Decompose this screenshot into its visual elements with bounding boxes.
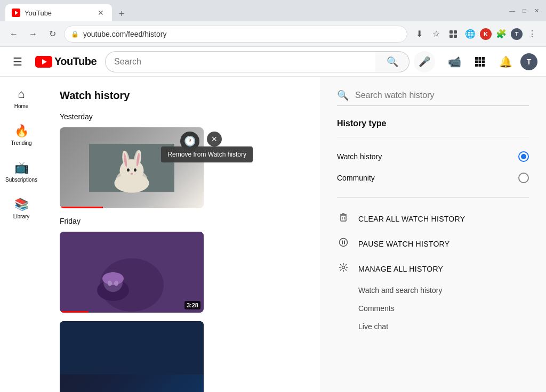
download-icon[interactable]: ⬇ (412, 27, 427, 42)
dark-thumbnail-bg (60, 321, 204, 392)
svg-point-52 (340, 239, 348, 247)
history-type-title: History type (337, 119, 529, 128)
clear-all-action[interactable]: CLEAR ALL WATCH HISTORY (337, 206, 529, 231)
remove-tooltip: Remove from Watch history (161, 146, 253, 162)
active-tab[interactable]: YouTube ✕ (5, 4, 112, 21)
refresh-button[interactable]: ↻ (45, 27, 60, 42)
history-type-divider (337, 137, 529, 137)
friday-label: Friday (60, 217, 303, 225)
address-bar[interactable]: 🔒 youtube.com/feed/history (64, 26, 407, 43)
video-camera-icon: 📹 (448, 55, 461, 68)
pause-icon (337, 238, 350, 250)
svg-rect-2 (449, 30, 453, 34)
main-content: Watch history Yesterday (43, 77, 546, 392)
subscriptions-icon: 📺 (14, 161, 29, 175)
search-watch-icon: 🔍 (337, 89, 349, 101)
watch-history-radio[interactable] (518, 151, 529, 162)
comments-link[interactable]: Comments (337, 299, 529, 317)
close-window-button[interactable]: ✕ (533, 7, 541, 15)
live-chat-link[interactable]: Live chat (337, 317, 529, 336)
svg-rect-44 (60, 232, 204, 313)
ext-k-icon[interactable]: K (480, 28, 492, 40)
new-tab-button[interactable]: + (114, 6, 129, 21)
svg-rect-54 (344, 241, 345, 244)
library-icon: 📚 (14, 198, 29, 211)
svg-rect-15 (479, 64, 481, 67)
address-url: youtube.com/feed/history (83, 30, 166, 38)
sidebar-item-library[interactable]: 📚 Library (2, 191, 41, 226)
video-thumbnail-dark[interactable] (60, 321, 204, 392)
back-button[interactable]: ← (6, 27, 21, 42)
lock-icon: 🔒 (71, 30, 79, 38)
notifications-button[interactable]: 🔔 (495, 51, 516, 72)
pause-watch-label: PAUSE WATCH HISTORY (358, 240, 449, 248)
translate-icon[interactable]: 🌐 (463, 27, 478, 42)
watch-history-option[interactable]: Watch history (337, 146, 529, 167)
apps-grid-icon (475, 56, 485, 67)
video-progress-bar (60, 207, 103, 208)
svg-rect-8 (475, 57, 478, 60)
history-section-friday: Friday (60, 217, 303, 392)
create-video-button[interactable]: 📹 (444, 51, 465, 72)
sidebar-item-subscriptions[interactable]: 📺 Subscriptions (2, 154, 41, 189)
sidebar: ⌂ Home 🔥 Trending 📺 Subscriptions 📚 Libr… (0, 77, 43, 392)
youtube-logo-text: YouTube (54, 55, 97, 68)
search-input[interactable] (105, 51, 375, 72)
svg-rect-5 (454, 35, 457, 38)
puzzle-icon[interactable]: 🧩 (494, 27, 509, 42)
search-watch-input[interactable] (355, 91, 529, 100)
youtube-logo[interactable]: YouTube (35, 55, 97, 68)
tab-close-button[interactable]: ✕ (96, 8, 106, 18)
manage-all-action[interactable]: MANAGE ALL HISTORY (337, 256, 529, 281)
page-title: Watch history (60, 89, 303, 102)
sidebar-subscriptions-label: Subscriptions (5, 177, 37, 183)
svg-point-34 (127, 168, 130, 172)
home-icon: ⌂ (18, 87, 25, 101)
watch-search-history-label: Watch and search history (358, 286, 442, 295)
tab-area: YouTube ✕ + (5, 0, 129, 21)
remove-from-history-button[interactable]: ✕ (207, 132, 222, 146)
more-menu-icon[interactable]: ⋮ (525, 27, 540, 42)
sidebar-item-home[interactable]: ⌂ Home (2, 81, 41, 116)
live-chat-label: Live chat (358, 322, 388, 331)
minimize-button[interactable]: — (508, 7, 516, 15)
bell-icon: 🔔 (499, 55, 512, 68)
video-thumbnail-purple[interactable]: 3:28 (60, 232, 204, 313)
browser-titlebar: YouTube ✕ + — □ ✕ (0, 0, 546, 21)
toolbar-icons: ⬇ ☆ 🌐 K 🧩 T ⋮ (412, 27, 540, 42)
maximize-button[interactable]: □ (520, 7, 528, 15)
sidebar-library-label: Library (13, 214, 30, 219)
window-controls: — □ ✕ (508, 7, 541, 15)
youtube-header: ☰ YouTube 🔍 🎤 📹 (0, 47, 546, 77)
video-thumbnail-rabbit[interactable]: 🕐 (60, 127, 204, 208)
community-option[interactable]: Community (337, 167, 529, 189)
svg-rect-10 (482, 57, 485, 60)
watch-search-history-link[interactable]: Watch and search history (337, 281, 529, 299)
svg-rect-9 (479, 57, 481, 60)
ext-t-icon[interactable]: T (511, 28, 523, 40)
extensions-grid-icon[interactable] (446, 27, 461, 42)
user-avatar[interactable]: T (520, 53, 537, 70)
forward-button[interactable]: → (26, 27, 41, 42)
search-button[interactable]: 🔍 (375, 51, 410, 72)
video-duration-label: 3:28 (184, 301, 200, 309)
hamburger-menu-button[interactable]: ☰ (9, 51, 27, 72)
purple-thumbnail-bg (60, 232, 204, 313)
sidebar-trending-label: Trending (11, 140, 31, 146)
rabbit-image (89, 136, 174, 200)
yesterday-label: Yesterday (60, 112, 303, 121)
history-section-yesterday: Yesterday (60, 112, 303, 208)
mic-button[interactable]: 🎤 (414, 51, 435, 72)
svg-rect-16 (482, 64, 485, 67)
mic-icon: 🎤 (419, 56, 430, 68)
youtube-app: ☰ YouTube 🔍 🎤 📹 (0, 47, 546, 392)
bookmark-icon[interactable]: ☆ (429, 27, 444, 42)
apps-grid-button[interactable] (469, 51, 491, 72)
tab-title: YouTube (25, 9, 52, 17)
clear-all-label: CLEAR ALL WATCH HISTORY (358, 215, 465, 223)
tab-favicon (12, 9, 20, 17)
sidebar-item-trending[interactable]: 🔥 Trending (2, 118, 41, 152)
pause-watch-action[interactable]: PAUSE WATCH HISTORY (337, 231, 529, 256)
svg-rect-13 (482, 60, 485, 63)
community-radio[interactable] (518, 173, 529, 183)
